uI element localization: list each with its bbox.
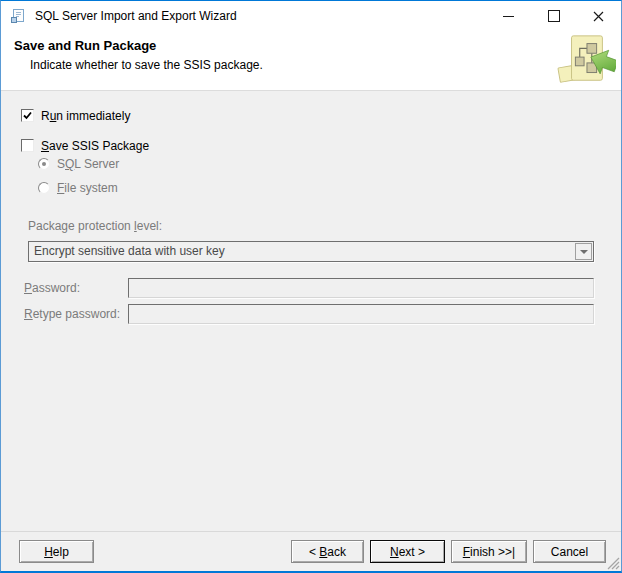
save-ssis-package-checkbox[interactable] bbox=[21, 139, 34, 152]
file-system-label: File system bbox=[57, 181, 118, 195]
caption-buttons bbox=[486, 1, 621, 31]
chevron-down-icon bbox=[580, 250, 588, 254]
label-part: S bbox=[41, 139, 49, 153]
retype-password-input bbox=[128, 304, 594, 324]
label-part: evel: bbox=[137, 219, 162, 233]
minimize-button[interactable] bbox=[486, 1, 531, 31]
label-part: n immediately bbox=[56, 109, 130, 123]
label-part: ave SSIS Package bbox=[49, 139, 149, 153]
wizard-app-icon bbox=[10, 8, 26, 24]
cancel-button[interactable]: Cancel bbox=[533, 540, 606, 563]
maximize-button[interactable] bbox=[531, 1, 576, 31]
page-subtitle: Indicate whether to save the SSIS packag… bbox=[30, 58, 263, 72]
label-part: Cancel bbox=[551, 545, 588, 559]
label-part: Q bbox=[65, 157, 74, 171]
wizard-window: SQL Server Import and Export Wizard Save… bbox=[0, 0, 622, 573]
finish-button[interactable]: Finish >>| bbox=[451, 540, 527, 563]
maximize-icon bbox=[548, 10, 560, 22]
label-part: R bbox=[41, 109, 50, 123]
label-part: ile system bbox=[64, 181, 117, 195]
run-immediately-checkbox[interactable] bbox=[21, 109, 34, 122]
close-icon bbox=[593, 11, 604, 22]
dropdown-arrow-button bbox=[575, 243, 592, 260]
label-part: N bbox=[390, 545, 399, 559]
run-immediately-label[interactable]: Run immediately bbox=[41, 109, 130, 123]
resize-grip[interactable] bbox=[605, 555, 620, 570]
package-protection-dropdown: Encrypt sensitive data with user key bbox=[28, 241, 594, 262]
ssis-package-icon bbox=[556, 32, 616, 88]
button-bar: Help < Back Next > Finish >>| Cancel bbox=[1, 532, 621, 571]
label-part: Package protection bbox=[28, 219, 134, 233]
sql-server-label: SQL Server bbox=[57, 157, 119, 171]
sql-server-radio bbox=[38, 158, 50, 170]
app-icon[interactable] bbox=[10, 8, 26, 24]
screen: SQL Server Import and Export Wizard Save… bbox=[0, 0, 622, 573]
label-part: S bbox=[57, 157, 65, 171]
label-part: < bbox=[309, 545, 319, 559]
label-part: etype password: bbox=[33, 307, 120, 321]
password-input bbox=[128, 278, 594, 298]
label-part: elp bbox=[53, 545, 69, 559]
close-button[interactable] bbox=[576, 1, 621, 31]
dropdown-selected-value: Encrypt sensitive data with user key bbox=[34, 242, 225, 261]
wizard-body: Run immediately Save SSIS Package SQL Se… bbox=[1, 91, 621, 531]
label-part: ext > bbox=[399, 545, 425, 559]
title-bar: SQL Server Import and Export Wizard bbox=[1, 1, 621, 31]
window-title: SQL Server Import and Export Wizard bbox=[35, 1, 237, 31]
help-button[interactable]: Help bbox=[19, 540, 94, 563]
label-part: H bbox=[44, 545, 53, 559]
next-button[interactable]: Next > bbox=[370, 540, 445, 563]
label-part: F bbox=[463, 545, 470, 559]
label-part: R bbox=[24, 307, 33, 321]
wizard-header: Save and Run Package Indicate whether to… bbox=[1, 31, 621, 91]
back-button[interactable]: < Back bbox=[291, 540, 364, 563]
checkmark-icon bbox=[22, 110, 33, 121]
package-protection-label: Package protection level: bbox=[28, 219, 162, 233]
label-part: P bbox=[24, 281, 32, 295]
radio-dot bbox=[42, 162, 46, 166]
save-ssis-package-label[interactable]: Save SSIS Package bbox=[41, 139, 149, 153]
page-title: Save and Run Package bbox=[14, 38, 156, 53]
file-system-radio bbox=[38, 182, 50, 194]
label-part: ack bbox=[327, 545, 346, 559]
label-part: L Server bbox=[74, 157, 119, 171]
label-part: assword: bbox=[32, 281, 80, 295]
minimize-icon bbox=[503, 16, 514, 17]
password-label: Password: bbox=[24, 281, 80, 295]
retype-password-label: Retype password: bbox=[24, 307, 120, 321]
label-part: inish >>| bbox=[470, 545, 515, 559]
